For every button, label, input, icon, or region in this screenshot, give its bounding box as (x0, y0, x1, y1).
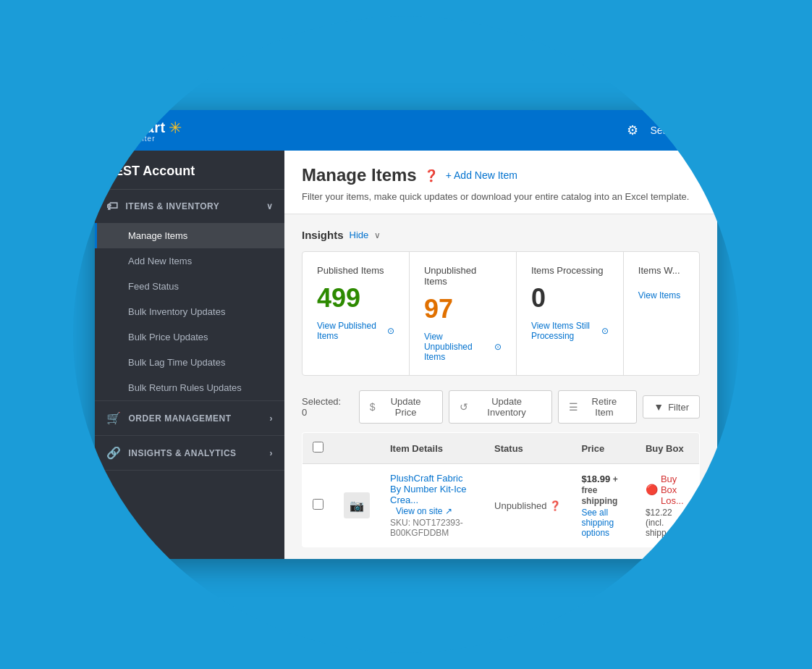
with-errors-title: Items W... (638, 265, 680, 276)
insights-analytics-label: INSIGHTS & ANALYTICS (129, 448, 237, 458)
camera-icon: 📷 (350, 499, 364, 513)
view-errors-link[interactable]: View Items (638, 290, 680, 300)
insights-header: Insights Hide ∨ (302, 229, 700, 241)
col-item-details: Item Details (380, 433, 484, 464)
view-unpublished-link[interactable]: View Unpublished Items ⊙ (424, 332, 502, 362)
update-inventory-button[interactable]: ↺ Update Inventory (449, 390, 552, 424)
sidebar-item-bulk-return[interactable]: Bulk Return Rules Updates (95, 375, 284, 400)
filter-icon: ▼ (654, 401, 664, 413)
item-image: 📷 (344, 492, 370, 518)
update-price-button[interactable]: $ Update Price (359, 390, 443, 424)
select-all-checkbox[interactable] (313, 442, 323, 453)
insight-card-published: Published Items 499 View Published Items… (303, 252, 410, 375)
update-price-icon: $ (370, 401, 376, 413)
buy-box-loss: 🔴 Buy Box Los... (646, 474, 689, 506)
page-title-row: Manage Items ❓ + Add New Item (302, 165, 700, 185)
sidebar-item-feed-status[interactable]: Feed Status (95, 274, 284, 299)
top-nav-right: ⚙ Settings ? (627, 122, 706, 138)
sidebar-section-insights-analytics: 🔗 INSIGHTS & ANALYTICS › (95, 436, 284, 471)
row-checkbox[interactable] (313, 499, 323, 510)
sidebar-item-bulk-inventory[interactable]: Bulk Inventory Updates (95, 299, 284, 324)
unpublished-title: Unpublished Items (424, 265, 502, 287)
insight-card-processing: Items Processing 0 View Items Still Proc… (517, 252, 624, 375)
processing-link-icon: ⊙ (601, 326, 609, 336)
item-name-link[interactable]: PlushCraft Fabric By Number Kit-Ice Crea… (390, 473, 466, 505)
row-price-cell: $18.99 + free shipping See all shipping … (571, 464, 635, 547)
chevron-right-icon: › (270, 413, 274, 424)
items-inventory-icon: 🏷 (106, 200, 119, 213)
published-link-icon: ⊙ (387, 326, 394, 336)
row-checkbox-cell (303, 464, 334, 547)
add-new-item-link[interactable]: + Add New Item (446, 169, 517, 181)
filter-button[interactable]: ▼ Filter (643, 395, 700, 418)
buy-box-price: $12.22 (incl. shipp... (646, 508, 689, 538)
app-window: Walmart ✳ seller center ⚙ Settings ? TES… (95, 110, 717, 559)
buy-box-error-icon: 🔴 (646, 484, 658, 495)
price-main: $18.99 + free shipping (581, 474, 625, 506)
page-help-icon[interactable]: ❓ (424, 169, 439, 182)
row-details-cell: PlushCraft Fabric By Number Kit-Ice Crea… (380, 464, 484, 547)
chevron-right-icon-2: › (270, 448, 274, 458)
settings-icon[interactable]: ⚙ (627, 122, 638, 138)
sidebar-section-header-order-management[interactable]: 🛒 ORDER MANAGEMENT › (95, 401, 284, 435)
sidebar-item-bulk-lag[interactable]: Bulk Lag Time Updates (95, 350, 284, 375)
row-status-cell: Unpublished ❓ (484, 464, 571, 547)
insights-label: Insights (302, 229, 344, 241)
view-published-link[interactable]: View Published Items ⊙ (317, 321, 394, 341)
row-image-cell: 📷 (334, 464, 380, 547)
col-status: Status (484, 433, 571, 464)
help-icon[interactable]: ? (698, 123, 706, 138)
order-management-label: ORDER MANAGEMENT (129, 413, 232, 424)
page-title: Manage Items (302, 165, 417, 185)
col-checkbox (303, 433, 334, 464)
account-name: TEST Account (95, 151, 284, 190)
row-buy-box-cell: 🔴 Buy Box Los... $12.22 (incl. shipp... (635, 464, 700, 547)
insights-cards: Published Items 499 View Published Items… (302, 251, 700, 376)
sidebar-section-order-management: 🛒 ORDER MANAGEMENT › (95, 401, 284, 436)
walmart-logo: Walmart ✳ seller center (106, 119, 182, 143)
insight-card-unpublished: Unpublished Items 97 View Unpublished It… (410, 252, 517, 375)
unpublished-link-icon: ⊙ (494, 342, 502, 352)
main-content: Manage Items ❓ + Add New Item Filter you… (284, 151, 717, 559)
view-on-site-link[interactable]: View on site ↗ (396, 506, 452, 516)
insights-analytics-icon: 🔗 (106, 446, 122, 460)
outer-circle: Walmart ✳ seller center ⚙ Settings ? TES… (73, 16, 739, 653)
sidebar-section-header-items-inventory[interactable]: 🏷 ITEMS & INVENTORY ∨ (95, 190, 284, 223)
sidebar-item-bulk-price[interactable]: Bulk Price Updates (95, 324, 284, 350)
sidebar: TEST Account 🏷 ITEMS & INVENTORY ∨ Manag… (95, 151, 284, 559)
items-table: Item Details Status Price Buy Box (302, 432, 700, 547)
selected-label: Selected: 0 (302, 396, 347, 418)
top-nav: Walmart ✳ seller center ⚙ Settings ? (95, 110, 717, 151)
status-help-icon[interactable]: ❓ (549, 500, 561, 511)
insights-chevron-icon[interactable]: ∨ (374, 230, 381, 240)
shipping-options-link[interactable]: See all shipping options (581, 508, 625, 538)
order-management-icon: 🛒 (106, 411, 122, 425)
sidebar-section-items-inventory: 🏷 ITEMS & INVENTORY ∨ Manage Items Add N… (95, 190, 284, 401)
processing-title: Items Processing (531, 265, 604, 276)
items-inventory-label: ITEMS & INVENTORY (126, 201, 220, 211)
item-details-row: PlushCraft Fabric By Number Kit-Ice Crea… (390, 473, 474, 516)
table-row: 📷 PlushCraft Fabric By Number Kit-Ice Cr… (303, 464, 700, 547)
retire-item-button[interactable]: ☰ Retire Item (558, 390, 638, 424)
published-title: Published Items (317, 265, 384, 276)
logo-text-group: Walmart ✳ seller center (106, 119, 182, 143)
col-price: Price (571, 433, 635, 464)
col-buy-box: Buy Box (635, 433, 700, 464)
external-link-icon: ↗ (445, 506, 452, 516)
page-header: Manage Items ❓ + Add New Item Filter you… (284, 151, 717, 214)
table-header: Item Details Status Price Buy Box (303, 433, 700, 464)
actions-bar: Selected: 0 $ Update Price ↺ Update Inve… (302, 390, 700, 432)
view-processing-link[interactable]: View Items Still Processing ⊙ (531, 321, 609, 341)
processing-number: 0 (531, 283, 546, 314)
chevron-down-icon: ∨ (266, 201, 274, 211)
sidebar-item-manage-items[interactable]: Manage Items (95, 223, 284, 248)
app-body: TEST Account 🏷 ITEMS & INVENTORY ∨ Manag… (95, 151, 717, 559)
settings-label[interactable]: Settings (650, 125, 687, 136)
hide-link[interactable]: Hide (350, 230, 369, 240)
sidebar-item-add-new-items[interactable]: Add New Items (95, 248, 284, 274)
unpublished-number: 97 (424, 294, 453, 324)
sidebar-section-header-insights-analytics[interactable]: 🔗 INSIGHTS & ANALYTICS › (95, 436, 284, 470)
content-area: Insights Hide ∨ Published Items 499 View… (284, 214, 717, 559)
published-number: 499 (317, 283, 360, 314)
logo-text: Walmart (106, 119, 166, 136)
